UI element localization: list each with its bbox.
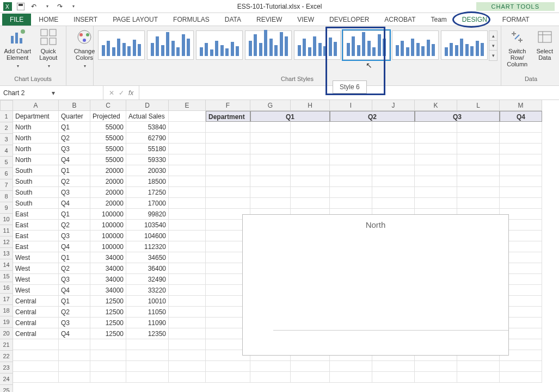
cell[interactable]: Q2 bbox=[330, 111, 415, 122]
cell[interactable] bbox=[90, 372, 126, 383]
cell[interactable]: West bbox=[13, 274, 59, 285]
redo-icon[interactable]: ↷ bbox=[56, 2, 64, 11]
cell[interactable] bbox=[457, 144, 500, 154]
cell[interactable] bbox=[206, 361, 250, 372]
row-header-18[interactable]: 18 bbox=[0, 305, 13, 316]
cell[interactable]: 100000 bbox=[90, 220, 126, 231]
cell[interactable] bbox=[126, 361, 169, 372]
cell[interactable]: 20000 bbox=[90, 165, 126, 176]
undo-dropdown[interactable] bbox=[42, 2, 51, 11]
col-header-A[interactable]: A bbox=[13, 100, 59, 111]
cell[interactable]: 12500 bbox=[90, 296, 126, 307]
cell[interactable]: Q4 bbox=[59, 285, 90, 296]
cell[interactable] bbox=[59, 350, 90, 361]
tab-page-layout[interactable]: PAGE LAYOUT bbox=[105, 14, 165, 26]
tab-design[interactable]: DESIGN bbox=[454, 14, 495, 26]
cell[interactable]: Q4 bbox=[500, 111, 542, 122]
cell[interactable] bbox=[13, 361, 59, 372]
cell[interactable]: East bbox=[13, 231, 59, 241]
row-header-17[interactable]: 17 bbox=[0, 294, 13, 305]
cell[interactable]: East bbox=[13, 241, 59, 252]
cell[interactable] bbox=[250, 144, 291, 154]
row-header-16[interactable]: 16 bbox=[0, 282, 13, 294]
row-header-15[interactable]: 15 bbox=[0, 271, 13, 282]
cell[interactable]: Q2 bbox=[59, 133, 90, 144]
cell[interactable]: Q3 bbox=[59, 144, 90, 154]
cell[interactable] bbox=[500, 133, 542, 144]
chart-style-2[interactable] bbox=[147, 30, 194, 60]
embedded-chart[interactable]: North bbox=[242, 214, 509, 356]
cell[interactable]: 100000 bbox=[90, 231, 126, 241]
cell[interactable]: Q2 bbox=[59, 220, 90, 231]
row-header-11[interactable]: 11 bbox=[0, 225, 13, 237]
cell[interactable] bbox=[59, 372, 90, 383]
cell[interactable] bbox=[169, 361, 206, 372]
cell[interactable] bbox=[169, 350, 206, 361]
cell[interactable] bbox=[250, 176, 291, 187]
col-header-M[interactable]: M bbox=[500, 100, 542, 111]
save-icon[interactable] bbox=[16, 2, 25, 11]
add-chart-element-button[interactable]: Add Chart Element bbox=[3, 28, 32, 69]
cell[interactable]: 34000 bbox=[90, 252, 126, 263]
cell[interactable]: 34000 bbox=[90, 285, 126, 296]
fx-icon[interactable]: fx bbox=[128, 89, 133, 97]
cell[interactable]: 99820 bbox=[126, 209, 169, 220]
select-all-corner[interactable] bbox=[0, 100, 13, 111]
cell[interactable] bbox=[169, 231, 206, 241]
cell[interactable]: 104600 bbox=[126, 231, 169, 241]
cell[interactable] bbox=[291, 176, 330, 187]
row-header-24[interactable]: 24 bbox=[0, 374, 13, 385]
cell[interactable] bbox=[457, 372, 500, 383]
cell[interactable] bbox=[90, 350, 126, 361]
cell[interactable] bbox=[169, 339, 206, 350]
cell[interactable] bbox=[206, 198, 250, 209]
cell[interactable]: 12500 bbox=[90, 307, 126, 318]
cell[interactable] bbox=[372, 144, 415, 154]
cell[interactable] bbox=[169, 165, 206, 176]
cell[interactable] bbox=[457, 198, 500, 209]
cell[interactable] bbox=[291, 198, 330, 209]
cell[interactable]: Q3 bbox=[59, 187, 90, 198]
cell[interactable] bbox=[291, 154, 330, 165]
cell[interactable]: Central bbox=[13, 307, 59, 318]
cell[interactable]: 17000 bbox=[126, 198, 169, 209]
cell[interactable]: Projected bbox=[90, 111, 126, 122]
cell[interactable]: Quarter bbox=[59, 111, 90, 122]
col-header-H[interactable]: H bbox=[291, 100, 330, 111]
cell[interactable]: South bbox=[13, 187, 59, 198]
cell[interactable]: 11090 bbox=[126, 318, 169, 328]
cell[interactable]: 55000 bbox=[90, 154, 126, 165]
cell[interactable]: Q2 bbox=[59, 307, 90, 318]
cell[interactable] bbox=[169, 111, 206, 122]
cell[interactable]: Q4 bbox=[59, 154, 90, 165]
tab-format[interactable]: FORMAT bbox=[495, 14, 537, 26]
cell[interactable]: Q1 bbox=[250, 111, 330, 122]
cell[interactable]: 62790 bbox=[126, 133, 169, 144]
cell[interactable]: Q2 bbox=[59, 176, 90, 187]
cell[interactable] bbox=[372, 198, 415, 209]
cell[interactable] bbox=[59, 361, 90, 372]
cell[interactable] bbox=[415, 122, 457, 133]
row-header-3[interactable]: 3 bbox=[0, 134, 13, 145]
row-header-4[interactable]: 4 bbox=[0, 145, 13, 157]
cell[interactable] bbox=[372, 372, 415, 383]
cell[interactable]: North bbox=[13, 133, 59, 144]
cell[interactable]: 100000 bbox=[90, 209, 126, 220]
row-header-23[interactable]: 23 bbox=[0, 362, 13, 374]
tab-formulas[interactable]: FORMULAS bbox=[165, 14, 217, 26]
cell[interactable]: South bbox=[13, 176, 59, 187]
qat-customize[interactable] bbox=[69, 2, 77, 11]
cell[interactable] bbox=[169, 263, 206, 274]
cell[interactable] bbox=[291, 187, 330, 198]
cell[interactable] bbox=[206, 176, 250, 187]
cell[interactable]: Q1 bbox=[59, 252, 90, 263]
row-header-13[interactable]: 13 bbox=[0, 248, 13, 259]
row-header-10[interactable]: 10 bbox=[0, 214, 13, 225]
cell[interactable] bbox=[126, 350, 169, 361]
col-header-L[interactable]: L bbox=[457, 100, 500, 111]
cell[interactable]: 32490 bbox=[126, 274, 169, 285]
cell[interactable] bbox=[169, 144, 206, 154]
cell[interactable] bbox=[330, 198, 372, 209]
row-header-9[interactable]: 9 bbox=[0, 202, 13, 214]
cell[interactable] bbox=[415, 187, 457, 198]
